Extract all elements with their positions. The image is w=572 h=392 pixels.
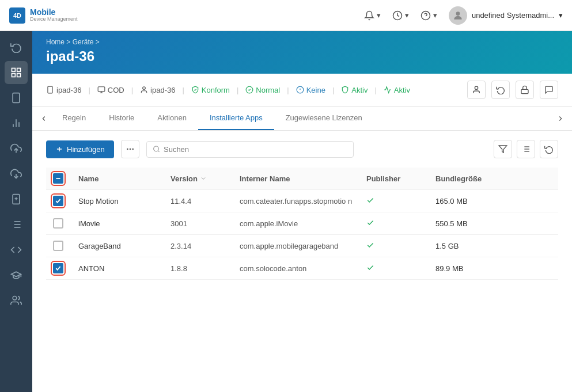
activity-icon: [384, 86, 392, 94]
app-internal-name: com.apple.iMovie: [233, 212, 359, 235]
notifications-button[interactable]: ▾: [364, 10, 381, 21]
tab-next-button[interactable]: [554, 107, 567, 130]
svg-point-41: [153, 146, 158, 151]
app-publisher: [359, 235, 429, 257]
sidebar-item-rules[interactable]: [5, 213, 28, 236]
main-content: Home > Geräte > ipad-36 ipad-36 |: [32, 31, 572, 392]
th-name: Name: [71, 168, 164, 190]
shield-icon: [341, 86, 349, 94]
svg-rect-6: [17, 74, 21, 77]
table-toolbar: Hinzufügen: [46, 140, 558, 158]
app-internal-name: com.cateater.funapps.stopmotio n: [233, 190, 359, 212]
shield-check-icon: [191, 86, 199, 94]
svg-point-3: [456, 12, 460, 16]
logo-box: 4D: [9, 7, 25, 24]
refresh-button[interactable]: [540, 140, 558, 158]
app-name: ANTON: [71, 257, 164, 280]
tab-zugewiesene-lizenzen[interactable]: Zugewiesene Lizenzen: [274, 106, 374, 130]
lock-action-icon: [520, 85, 529, 94]
more-options-button[interactable]: [121, 140, 139, 158]
tab-installierte-apps[interactable]: Installierte Apps: [198, 106, 274, 130]
group-icon: [97, 86, 105, 94]
th-version[interactable]: Version: [164, 168, 233, 190]
table-area: Hinzufügen: [32, 131, 572, 392]
app-name: iMovie: [71, 212, 164, 235]
tab-aktionen[interactable]: Aktionen: [146, 106, 198, 130]
clock-icon: [392, 10, 403, 21]
user-icon: [140, 86, 148, 94]
user-action-button[interactable]: [467, 81, 486, 99]
svg-rect-25: [48, 86, 52, 93]
filter-button[interactable]: [494, 140, 512, 158]
help-icon: [421, 10, 431, 21]
svg-point-40: [132, 149, 134, 150]
sidebar-item-devices[interactable]: [5, 86, 28, 109]
aktiv2-item: Aktiv: [384, 86, 410, 94]
breadcrumb: Home > Geräte >: [46, 38, 558, 46]
search-box: [146, 141, 354, 158]
app-internal-name: com.apple.mobilegarageband: [233, 235, 359, 257]
plus-icon: [55, 145, 63, 153]
svg-rect-35: [521, 89, 528, 93]
app-version: 3001: [164, 212, 233, 235]
logo-text: Mobile Device Management: [30, 8, 78, 22]
svg-point-24: [13, 296, 17, 300]
row-checkbox-1[interactable]: [53, 218, 63, 229]
sidebar-item-chart[interactable]: [5, 112, 28, 135]
message-action-button[interactable]: [540, 81, 558, 99]
tabs-bar: Regeln Historie Aktionen Installierte Ap…: [32, 106, 572, 131]
keine-item: Keine: [296, 86, 325, 94]
filter-icon: [498, 144, 507, 154]
add-device-icon: [10, 193, 22, 205]
indeterminate-icon: [55, 176, 61, 181]
apps-table: Name Version Interner Name: [46, 168, 558, 280]
publisher-check-icon: [366, 242, 374, 251]
sidebar-item-graduation[interactable]: [5, 264, 28, 287]
row-checkbox-2[interactable]: [53, 241, 63, 251]
tab-historie[interactable]: Historie: [97, 106, 146, 130]
logo[interactable]: 4D Mobile Device Management: [9, 7, 78, 24]
add-button[interactable]: Hinzufügen: [46, 140, 114, 158]
code-icon: [10, 244, 22, 256]
table-row: ANTON1.8.8com.solocode.anton 89.9 MB: [46, 257, 558, 280]
breadcrumb-geraete[interactable]: Geräte: [73, 38, 94, 46]
device-info-bar: ipad-36 | COD | ipad-36 |: [32, 74, 572, 106]
row-checkbox-3[interactable]: [53, 263, 63, 273]
help-button[interactable]: ▾: [421, 10, 437, 21]
svg-point-29: [143, 87, 146, 90]
sidebar-item-code[interactable]: [5, 238, 28, 261]
app-bundle-size: 550.5 MB: [429, 212, 558, 235]
svg-marker-43: [499, 146, 506, 153]
app-bundle-size: 1.5 GB: [429, 235, 558, 257]
device-info-row: ipad-36 | COD | ipad-36 |: [46, 74, 558, 106]
svg-rect-5: [17, 68, 21, 72]
rules-icon: [10, 219, 22, 230]
breadcrumb-home[interactable]: Home: [46, 38, 65, 46]
app-version: 11.4.4: [164, 190, 233, 212]
aktiv1-item: Aktiv: [341, 86, 368, 94]
sidebar-item-grid[interactable]: [5, 61, 28, 84]
tab-prev-button[interactable]: [37, 107, 51, 130]
svg-point-38: [127, 149, 128, 150]
tab-regeln[interactable]: Regeln: [51, 106, 97, 130]
sidebar-item-download[interactable]: [5, 162, 28, 185]
history-button[interactable]: ▾: [392, 10, 409, 21]
app-version: 2.3.14: [164, 235, 233, 257]
refresh-action-icon: [496, 85, 505, 94]
refresh-action-button[interactable]: [491, 81, 510, 99]
list-view-button[interactable]: [517, 140, 535, 158]
lock-action-button[interactable]: [516, 81, 534, 99]
search-input[interactable]: [164, 145, 347, 154]
list-icon: [521, 144, 531, 154]
svg-rect-7: [12, 74, 16, 77]
sidebar-item-sync[interactable]: [5, 36, 28, 59]
layout: Home > Geräte > ipad-36 ipad-36 |: [0, 31, 572, 392]
row-checkbox-0[interactable]: [53, 196, 63, 206]
table-row: Stop Motion11.4.4com.cateater.funapps.st…: [46, 190, 558, 212]
select-all-checkbox[interactable]: [53, 173, 63, 184]
check-icon: [55, 198, 61, 204]
user-menu[interactable]: undefined Systemadmi... ▾: [449, 6, 563, 25]
sidebar-item-adddevice[interactable]: [5, 188, 28, 211]
sidebar-item-people[interactable]: [5, 289, 28, 312]
sidebar-item-upload[interactable]: [5, 137, 28, 160]
